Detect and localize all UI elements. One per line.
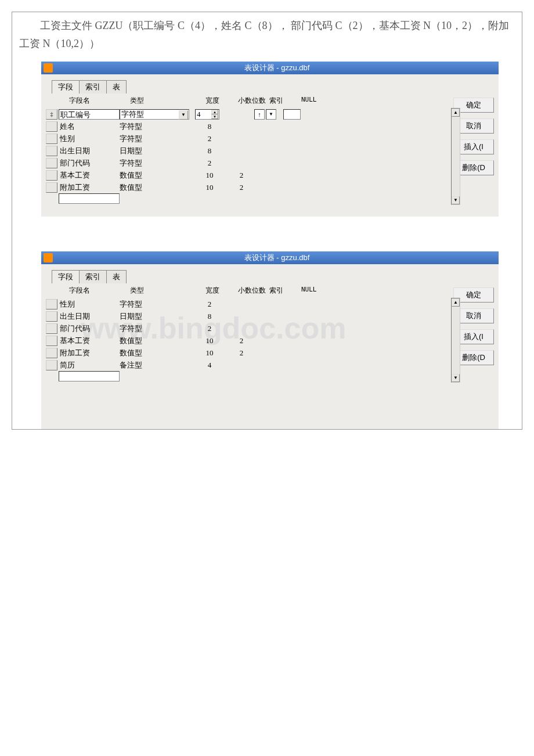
scroll-down-icon[interactable]: ▼ bbox=[452, 374, 460, 382]
field-row[interactable]: 姓名字符型8 bbox=[46, 120, 443, 132]
empty-field-cell[interactable] bbox=[59, 193, 120, 204]
field-width-cell[interactable]: 2 bbox=[195, 324, 224, 333]
field-row[interactable]: 简历备注型4 bbox=[46, 359, 443, 371]
field-width-cell[interactable]: 10 bbox=[195, 171, 224, 180]
field-width-cell[interactable]: 4▲▼ bbox=[195, 109, 219, 120]
field-type-cell[interactable]: 字符型 bbox=[120, 134, 178, 144]
scroll-up-icon[interactable]: ▲ bbox=[452, 298, 460, 307]
field-type-cell[interactable]: 日期型 bbox=[120, 146, 178, 156]
row-handle[interactable] bbox=[46, 323, 57, 334]
field-type-cell[interactable]: 字符型 bbox=[120, 299, 178, 309]
vertical-scrollbar[interactable]: ▲ ▼ bbox=[451, 298, 460, 383]
empty-field-cell[interactable] bbox=[59, 371, 120, 381]
field-decimal-cell[interactable]: 2 bbox=[224, 183, 259, 192]
row-handle[interactable] bbox=[46, 121, 57, 132]
field-width-cell[interactable]: 8 bbox=[195, 312, 224, 321]
field-row[interactable]: 性别字符型2 bbox=[46, 132, 443, 145]
spinner-up-icon[interactable]: ▲ bbox=[211, 110, 218, 114]
title-bar-1: 表设计器 - gzzu.dbf bbox=[41, 62, 499, 74]
field-name-cell[interactable]: 附加工资 bbox=[59, 348, 120, 358]
field-type-cell[interactable]: 字符型▼ bbox=[120, 109, 189, 120]
field-type-cell[interactable]: 数值型 bbox=[120, 182, 178, 193]
field-name-cell[interactable]: 出生日期 bbox=[59, 146, 120, 156]
field-name-cell[interactable]: 简历 bbox=[59, 360, 120, 370]
field-type-cell[interactable]: 字符型 bbox=[120, 158, 178, 168]
field-row[interactable]: 部门代码字符型2 bbox=[46, 157, 443, 169]
field-type-cell[interactable]: 日期型 bbox=[120, 311, 178, 322]
table-designer-1: 表设计器 - gzzu.dbf 字段 索引 表 字段名 类型 宽度 小数位数 索… bbox=[41, 62, 499, 217]
header-index: 索引 bbox=[269, 286, 301, 296]
field-width-cell[interactable]: 4 bbox=[195, 361, 224, 370]
field-grid-1: ‡职工编号字符型▼4▲▼↑▼姓名字符型8性别字符型2出生日期日期型8部门代码字符… bbox=[46, 108, 443, 193]
field-name-cell[interactable]: 姓名 bbox=[59, 121, 120, 132]
field-null-cell[interactable] bbox=[283, 109, 306, 120]
field-name-cell[interactable]: 性别 bbox=[59, 299, 120, 309]
chevron-down-icon[interactable]: ▼ bbox=[179, 110, 188, 120]
field-name-cell[interactable]: 附加工资 bbox=[59, 182, 120, 193]
tabs-2: 字段 索引 表 bbox=[52, 270, 453, 283]
field-width-cell[interactable]: 10 bbox=[195, 336, 224, 345]
field-row[interactable]: 基本工资数值型102 bbox=[46, 169, 443, 181]
index-direction-box[interactable]: ↑ bbox=[254, 109, 265, 120]
field-name-cell[interactable]: 基本工资 bbox=[59, 170, 120, 181]
field-width-cell[interactable]: 10 bbox=[195, 183, 224, 192]
row-handle[interactable] bbox=[46, 311, 57, 322]
field-row[interactable]: 附加工资数值型102 bbox=[46, 347, 443, 359]
field-type-cell[interactable]: 字符型 bbox=[120, 323, 178, 334]
tab-index[interactable]: 索引 bbox=[79, 270, 107, 283]
field-width-cell[interactable]: 2 bbox=[195, 300, 224, 309]
row-handle[interactable]: ‡ bbox=[46, 109, 57, 120]
row-handle[interactable] bbox=[46, 134, 57, 144]
row-handle[interactable] bbox=[46, 170, 57, 181]
row-handle[interactable] bbox=[46, 336, 57, 346]
field-name-cell[interactable]: 部门代码 bbox=[59, 323, 120, 334]
row-handle[interactable] bbox=[46, 158, 57, 168]
field-name-cell[interactable]: 部门代码 bbox=[59, 158, 120, 168]
tab-table[interactable]: 表 bbox=[106, 80, 127, 93]
null-checkbox[interactable] bbox=[283, 109, 301, 120]
header-name: 字段名 bbox=[69, 96, 130, 106]
field-type-cell[interactable]: 数值型 bbox=[120, 348, 178, 358]
field-row[interactable]: 部门代码字符型2 bbox=[46, 322, 443, 334]
window-title: 表设计器 - gzzu.dbf bbox=[55, 63, 499, 73]
field-type-cell[interactable]: 字符型 bbox=[120, 121, 178, 132]
field-index-cell[interactable]: ↑▼ bbox=[254, 109, 283, 120]
field-decimal-cell[interactable]: 2 bbox=[224, 336, 259, 345]
spinner-down-icon[interactable]: ▼ bbox=[211, 114, 218, 119]
tab-index[interactable]: 索引 bbox=[79, 80, 107, 93]
scroll-down-icon[interactable]: ▼ bbox=[452, 196, 460, 204]
chevron-down-icon[interactable]: ▼ bbox=[266, 109, 276, 120]
field-width-cell[interactable]: 8 bbox=[195, 122, 224, 131]
field-type-cell[interactable]: 数值型 bbox=[120, 336, 178, 346]
field-type-cell[interactable]: 数值型 bbox=[120, 170, 178, 181]
row-handle[interactable] bbox=[46, 146, 57, 156]
field-type-cell[interactable]: 备注型 bbox=[120, 360, 178, 370]
field-width-cell[interactable]: 10 bbox=[195, 348, 224, 358]
field-name-cell[interactable]: 出生日期 bbox=[59, 311, 120, 322]
row-handle[interactable] bbox=[46, 299, 57, 309]
field-width-cell[interactable]: 2 bbox=[195, 134, 224, 143]
field-width-cell[interactable]: 8 bbox=[195, 146, 224, 156]
width-spinner[interactable]: ▲▼ bbox=[211, 110, 218, 119]
field-width-cell[interactable]: 2 bbox=[195, 159, 224, 168]
field-row[interactable]: 基本工资数值型102 bbox=[46, 334, 443, 347]
field-row[interactable]: 出生日期日期型8 bbox=[46, 145, 443, 157]
scroll-up-icon[interactable]: ▲ bbox=[452, 109, 460, 117]
field-row[interactable]: 性别字符型2 bbox=[46, 298, 443, 310]
header-width: 宽度 bbox=[205, 286, 234, 296]
tab-table[interactable]: 表 bbox=[106, 270, 127, 283]
field-name-cell[interactable]: 基本工资 bbox=[59, 336, 120, 346]
field-row[interactable]: 出生日期日期型8 bbox=[46, 310, 443, 322]
vertical-scrollbar[interactable]: ▲ ▼ bbox=[451, 108, 460, 205]
field-name-cell[interactable]: 职工编号 bbox=[59, 109, 120, 120]
field-decimal-cell[interactable]: 2 bbox=[224, 348, 259, 358]
field-row[interactable]: 附加工资数值型102 bbox=[46, 181, 443, 193]
row-handle[interactable] bbox=[46, 360, 57, 370]
field-name-cell[interactable]: 性别 bbox=[59, 134, 120, 144]
tab-fields[interactable]: 字段 bbox=[52, 270, 80, 283]
field-decimal-cell[interactable]: 2 bbox=[224, 171, 259, 180]
row-handle[interactable] bbox=[46, 182, 57, 193]
tab-fields[interactable]: 字段 bbox=[52, 80, 80, 93]
field-row[interactable]: ‡职工编号字符型▼4▲▼↑▼ bbox=[46, 108, 443, 120]
row-handle[interactable] bbox=[46, 348, 57, 358]
